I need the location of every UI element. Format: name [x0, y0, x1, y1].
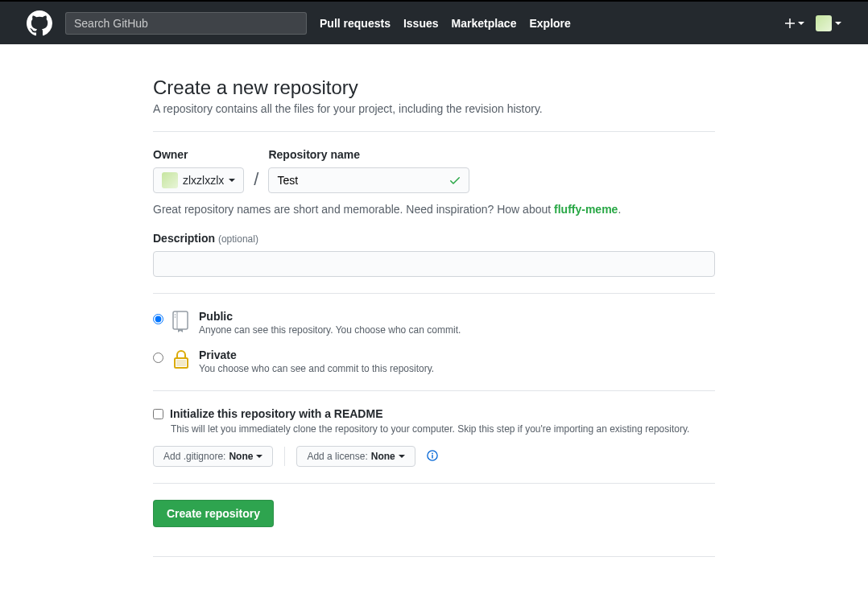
- nav-pull-requests[interactable]: Pull requests: [320, 17, 391, 30]
- readme-section: Initialize this repository with a README…: [153, 407, 715, 467]
- create-menu[interactable]: [785, 19, 804, 28]
- main-container: Create a new repository A repository con…: [140, 44, 728, 598]
- divider: [153, 483, 715, 484]
- owner-label: Owner: [153, 148, 244, 161]
- private-title: Private: [199, 348, 434, 361]
- description-label: Description (optional): [153, 232, 715, 245]
- repo-name-input[interactable]: [268, 167, 469, 193]
- header-right: [785, 15, 841, 31]
- dropdown-row: Add .gitignore: None Add a license: None: [153, 446, 715, 467]
- license-dropdown[interactable]: Add a license: None: [296, 446, 415, 467]
- check-icon: [448, 174, 461, 189]
- svg-point-3: [175, 316, 176, 318]
- private-desc: You choose who can see and commit to thi…: [199, 363, 434, 374]
- page-subtitle: A repository contains all the files for …: [153, 102, 715, 115]
- description-input[interactable]: [153, 251, 715, 277]
- public-title: Public: [199, 310, 461, 323]
- divider: [153, 390, 715, 391]
- private-radio[interactable]: [153, 353, 163, 363]
- owner-value: zlxzlxzlx: [183, 174, 224, 187]
- svg-point-2: [175, 314, 176, 315]
- readme-check-row: Initialize this repository with a README: [153, 407, 715, 420]
- suggestion-link[interactable]: fluffy-meme: [554, 203, 618, 216]
- avatar: [816, 15, 832, 31]
- github-logo-icon[interactable]: [27, 10, 52, 36]
- search-input[interactable]: [65, 12, 307, 35]
- info-icon[interactable]: [427, 450, 438, 464]
- caret-down-icon: [798, 22, 804, 25]
- repo-name-wrapper: [268, 167, 469, 193]
- owner-avatar-icon: [162, 172, 178, 188]
- create-repository-button[interactable]: Create repository: [153, 500, 274, 527]
- owner-select[interactable]: zlxzlxzlx: [153, 167, 244, 193]
- owner-repo-row: Owner zlxzlxzlx / Repository name: [153, 148, 715, 193]
- repo-icon: [172, 310, 191, 332]
- caret-down-icon: [229, 179, 235, 182]
- page-title: Create a new repository: [153, 76, 715, 99]
- svg-point-7: [432, 452, 433, 454]
- public-content: Public Anyone can see this repository. Y…: [199, 310, 461, 336]
- visibility-private: Private You choose who can see and commi…: [153, 348, 715, 374]
- readme-label[interactable]: Initialize this repository with a README: [170, 407, 382, 420]
- nav-marketplace[interactable]: Marketplace: [452, 17, 517, 30]
- divider: [153, 293, 715, 294]
- repo-name-label: Repository name: [268, 148, 469, 161]
- readme-checkbox[interactable]: [153, 409, 163, 419]
- svg-rect-5: [176, 360, 186, 366]
- public-desc: Anyone can see this repository. You choo…: [199, 324, 461, 336]
- visibility-public: Public Anyone can see this repository. Y…: [153, 310, 715, 336]
- repo-name-group: Repository name: [268, 148, 469, 193]
- readme-desc: This will let you immediately clone the …: [171, 423, 715, 435]
- description-group: Description (optional): [153, 232, 715, 277]
- user-menu[interactable]: [816, 15, 841, 31]
- public-radio[interactable]: [153, 314, 163, 324]
- owner-group: Owner zlxzlxzlx: [153, 148, 244, 193]
- caret-down-icon: [256, 455, 262, 458]
- caret-down-icon: [399, 455, 405, 458]
- nav-issues[interactable]: Issues: [403, 17, 439, 30]
- gitignore-dropdown[interactable]: Add .gitignore: None: [153, 446, 273, 467]
- caret-down-icon: [835, 22, 841, 25]
- repo-name-help: Great repository names are short and mem…: [153, 203, 715, 216]
- nav-explore[interactable]: Explore: [529, 17, 570, 30]
- divider: [153, 131, 715, 132]
- path-separator: /: [254, 169, 258, 193]
- header-inner: Pull requests Issues Marketplace Explore: [27, 10, 841, 36]
- plus-icon: [785, 19, 795, 28]
- lock-icon: [172, 348, 191, 371]
- divider: [153, 556, 715, 557]
- main-header: Pull requests Issues Marketplace Explore: [0, 0, 868, 44]
- nav-links: Pull requests Issues Marketplace Explore: [320, 17, 571, 30]
- private-content: Private You choose who can see and commi…: [199, 348, 434, 374]
- svg-rect-8: [432, 455, 432, 458]
- button-divider: [284, 447, 285, 466]
